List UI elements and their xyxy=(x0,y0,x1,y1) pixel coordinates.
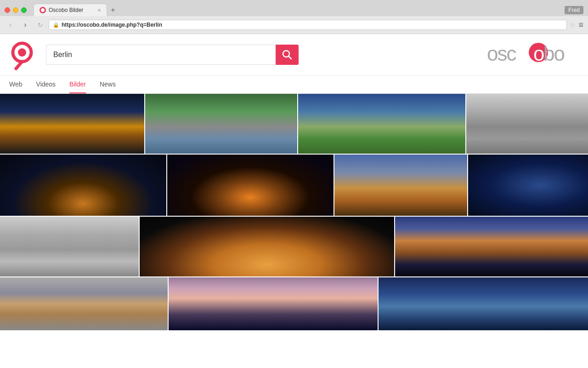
image-blue-night xyxy=(379,277,588,330)
close-button[interactable] xyxy=(5,7,10,13)
search-box: Berlin xyxy=(46,45,299,65)
list-item[interactable] xyxy=(466,94,588,154)
address-bar-row: ‹ › ↻ 🔒 https://oscobo.de/image.php?q=Be… xyxy=(0,16,588,34)
user-profile[interactable]: Fred xyxy=(565,6,583,14)
svg-line-2 xyxy=(16,62,22,69)
svg-line-4 xyxy=(289,57,292,59)
svg-text:o: o xyxy=(533,42,544,65)
nav-item-videos[interactable]: Videos xyxy=(36,76,56,93)
search-icon xyxy=(282,50,292,60)
list-item[interactable] xyxy=(145,94,297,154)
image-gate-warm xyxy=(140,217,394,276)
oscobo-logo-svg: osc o bo xyxy=(487,41,579,67)
tab-close-button[interactable]: ✕ xyxy=(97,8,101,13)
list-item[interactable] xyxy=(395,217,588,276)
list-item[interactable] xyxy=(0,277,168,330)
image-berlin-bw xyxy=(466,94,588,154)
list-item[interactable] xyxy=(169,277,378,330)
nav-item-bilder[interactable]: Bilder xyxy=(69,76,86,93)
image-gate-golden xyxy=(334,155,468,216)
image-row-2 xyxy=(0,155,588,216)
list-item[interactable] xyxy=(379,277,588,330)
image-row-3 xyxy=(0,217,588,276)
oscobo-wordmark: osc o bo xyxy=(487,41,579,69)
tab-title: Oscobo Bilder xyxy=(49,7,83,13)
image-reichstag2 xyxy=(298,94,465,154)
image-tv-tower-night xyxy=(468,155,588,216)
title-bar: Oscobo Bilder ✕ + Fred xyxy=(0,0,588,16)
list-item[interactable] xyxy=(140,217,394,276)
nav-item-news[interactable]: News xyxy=(100,76,116,93)
new-tab-button[interactable]: + xyxy=(107,4,119,16)
image-row-1 xyxy=(0,94,588,154)
maximize-button[interactable] xyxy=(21,7,27,13)
list-item[interactable] xyxy=(334,155,468,216)
security-lock-icon: 🔒 xyxy=(53,22,59,28)
image-city-gray xyxy=(0,217,139,276)
image-gate-dusk xyxy=(0,277,168,330)
list-item[interactable] xyxy=(0,94,144,154)
minimize-button[interactable] xyxy=(13,7,18,13)
image-berlin-gate-night xyxy=(0,94,144,154)
address-bar[interactable]: 🔒 https://oscobo.de/image.php?q=Berlin xyxy=(49,20,567,30)
reload-button[interactable]: ↻ xyxy=(34,19,46,31)
search-button[interactable] xyxy=(276,45,299,65)
forward-button[interactable]: › xyxy=(19,19,31,31)
image-berlin-night1 xyxy=(0,155,166,216)
image-berlin-dusk xyxy=(395,217,588,276)
nav-item-web[interactable]: Web xyxy=(9,76,23,93)
browser-chrome: Oscobo Bilder ✕ + Fred ‹ › ↻ 🔒 https://o… xyxy=(0,0,588,34)
oscobo-logo-icon[interactable] xyxy=(9,41,37,69)
bookmark-star-icon[interactable]: ☆ xyxy=(570,21,576,29)
image-grid xyxy=(0,94,588,330)
svg-text:osc: osc xyxy=(487,42,516,65)
active-tab[interactable]: Oscobo Bilder ✕ xyxy=(34,4,107,16)
back-button[interactable]: ‹ xyxy=(5,19,17,31)
search-input[interactable]: Berlin xyxy=(46,45,276,65)
image-row-4 xyxy=(0,277,588,330)
address-text: https://oscobo.de/image.php?q=Berlin xyxy=(62,22,162,28)
list-item[interactable] xyxy=(0,155,166,216)
tab-favicon xyxy=(40,7,46,13)
page-header: Berlin osc o bo xyxy=(0,34,588,76)
url-protocol: https:// xyxy=(62,22,80,28)
list-item[interactable] xyxy=(167,155,334,216)
list-item[interactable] xyxy=(298,94,465,154)
list-item[interactable] xyxy=(468,155,588,216)
image-reichstag xyxy=(145,94,297,154)
list-item[interactable] xyxy=(0,217,139,276)
navigation: Web Videos Bilder News xyxy=(0,76,588,94)
image-pink-sky xyxy=(169,277,378,330)
image-berlin-night2 xyxy=(167,155,334,216)
svg-point-1 xyxy=(18,48,26,57)
tab-bar: Oscobo Bilder ✕ xyxy=(34,4,107,16)
browser-menu-icon[interactable]: ≡ xyxy=(578,20,583,30)
svg-text:bo: bo xyxy=(543,42,564,65)
traffic-lights xyxy=(5,7,27,13)
favicon-inner xyxy=(41,8,45,12)
page-content: Berlin osc o bo Web Videos Bi xyxy=(0,34,588,330)
